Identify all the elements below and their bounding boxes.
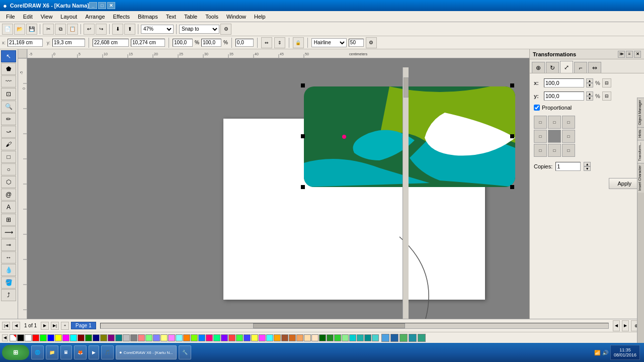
menu-effects[interactable]: Effects (109, 13, 134, 21)
menu-tools[interactable]: Tools (201, 13, 222, 21)
vertical-scrollbar[interactable] (403, 67, 409, 319)
angle-input[interactable] (235, 39, 254, 47)
lock-ratio-button[interactable]: 🔒 (293, 37, 304, 48)
prev-page-button[interactable]: ◀ (12, 322, 20, 330)
dimension-tool[interactable]: ↔ (1, 251, 16, 263)
menu-text[interactable]: Text (162, 13, 180, 21)
palette-color-13[interactable] (115, 334, 122, 341)
palette-color-31[interactable] (251, 334, 258, 341)
anchor-tc[interactable]: □ (548, 116, 561, 129)
ellipse-tool[interactable]: ○ (1, 163, 16, 175)
panel-close-button[interactable]: ✕ (634, 51, 641, 58)
palette-color-39[interactable] (311, 334, 318, 341)
palette-color-28[interactable] (228, 334, 235, 341)
open-button[interactable]: 📂 (14, 24, 25, 35)
palette-color-4[interactable] (47, 334, 54, 341)
scale-h-input[interactable] (201, 39, 221, 47)
scale-w-input[interactable] (173, 39, 193, 47)
last-page-button[interactable]: ▶| (51, 322, 59, 330)
fill2-indicator[interactable] (399, 334, 408, 342)
anchor-bc[interactable]: □ (548, 144, 561, 157)
palette-color-11[interactable] (100, 334, 107, 341)
rvtab-object-manager[interactable]: Object Manager (637, 98, 644, 127)
fill-tool[interactable]: 🪣 (1, 277, 16, 289)
tab-rotate[interactable]: ↻ (546, 62, 559, 73)
palette-color-32[interactable] (259, 334, 266, 341)
menu-layout[interactable]: Layout (56, 13, 81, 21)
taskbar-ie[interactable]: 🌐 (31, 345, 44, 359)
freehand-tool[interactable]: ✏ (1, 113, 16, 125)
width-input[interactable] (93, 39, 129, 47)
taskbar-media1[interactable]: ▶ (89, 345, 99, 359)
palette-color-45[interactable] (357, 334, 364, 341)
palette-color-42[interactable] (334, 334, 341, 341)
palette-color-25[interactable] (206, 334, 213, 341)
smear-tool[interactable]: 〰 (1, 75, 16, 87)
save-button[interactable]: 💾 (26, 24, 37, 35)
scale-x-input[interactable] (544, 78, 584, 87)
anchor-tl[interactable]: □ (534, 116, 547, 129)
outline-settings-button[interactable]: ⚙ (366, 37, 377, 48)
taskbar-firefox[interactable]: 🦊 (74, 345, 87, 359)
x-spin-down[interactable]: ▼ (586, 83, 593, 87)
palette-color-47[interactable] (372, 334, 379, 341)
line-style-select[interactable]: Hairline (311, 38, 347, 47)
start-button[interactable]: ⊞ (2, 345, 29, 360)
palette-color-44[interactable] (349, 334, 356, 341)
panel-menu-button[interactable]: ≡ (626, 51, 633, 58)
scrollbar-thumb[interactable] (404, 77, 409, 98)
page-tab-1[interactable]: Page 1 (71, 322, 96, 329)
x-aspect-button[interactable]: ⊟ (602, 78, 611, 87)
palette-color-40[interactable] (319, 334, 326, 341)
palette-color-19[interactable] (160, 334, 168, 341)
undo-button[interactable]: ↩ (84, 24, 95, 35)
scroll-left-button[interactable]: ◀ (613, 320, 620, 331)
palette-color-26[interactable] (213, 334, 220, 341)
minimize-button[interactable]: _ (89, 2, 97, 9)
palette-color-22[interactable] (183, 334, 190, 341)
canvas-workspace[interactable] (27, 58, 523, 319)
palette-color-27[interactable] (221, 334, 228, 341)
palette-color-35[interactable] (281, 334, 288, 341)
height-input[interactable] (131, 39, 165, 47)
proportional-checkbox[interactable] (534, 105, 540, 111)
palette-color-18[interactable] (153, 334, 160, 341)
palette-color-3[interactable] (40, 334, 47, 341)
anchor-mc[interactable] (548, 130, 561, 143)
select-tool[interactable]: ↖ (1, 50, 16, 62)
menu-window[interactable]: Window (222, 13, 250, 21)
no-fill-swatch[interactable] (10, 334, 17, 341)
x-spin-up[interactable]: ▲ (586, 78, 593, 83)
palette-color-14[interactable] (123, 334, 130, 341)
palette-color-41[interactable] (327, 334, 334, 341)
text-tool[interactable]: A (1, 201, 16, 213)
new-button[interactable]: 📄 (2, 24, 13, 35)
snap-options-button[interactable]: ⚙ (220, 24, 231, 35)
add-page-button[interactable]: + (61, 322, 69, 330)
copies-spin-up[interactable]: ▲ (584, 162, 591, 166)
palette-color-20[interactable] (168, 334, 175, 341)
fill-indicator[interactable] (381, 334, 389, 342)
taskbar-media2[interactable]: 🎵 (101, 345, 114, 359)
y-input[interactable] (52, 39, 85, 47)
palette-color-37[interactable] (296, 334, 303, 341)
y-aspect-button[interactable]: ⊟ (602, 92, 611, 101)
parallel-tool[interactable]: ⟿ (1, 226, 16, 238)
menu-edit[interactable]: Edit (19, 13, 37, 21)
x-input[interactable] (8, 39, 43, 47)
flip-h-button[interactable]: ⇔ (261, 37, 272, 48)
spiral-tool[interactable]: @ (1, 189, 16, 201)
stroke-indicator[interactable] (390, 334, 398, 342)
rectangle-tool[interactable]: □ (1, 151, 16, 163)
taskbar-app2[interactable]: 🔧 (179, 345, 191, 359)
fill4-indicator[interactable] (418, 334, 426, 342)
palette-color-9[interactable] (85, 334, 92, 341)
bezier-tool[interactable]: ⤻ (1, 126, 16, 138)
export-button[interactable]: ⬆ (124, 24, 135, 35)
connector-tool[interactable]: ⊸ (1, 239, 16, 251)
flip-v-button[interactable]: ⇕ (274, 37, 285, 48)
tab-position[interactable]: ⊕ (532, 62, 545, 73)
tab-scale[interactable]: ⤢ (560, 61, 573, 73)
palette-color-7[interactable] (70, 334, 77, 341)
palette-color-12[interactable] (108, 334, 115, 341)
